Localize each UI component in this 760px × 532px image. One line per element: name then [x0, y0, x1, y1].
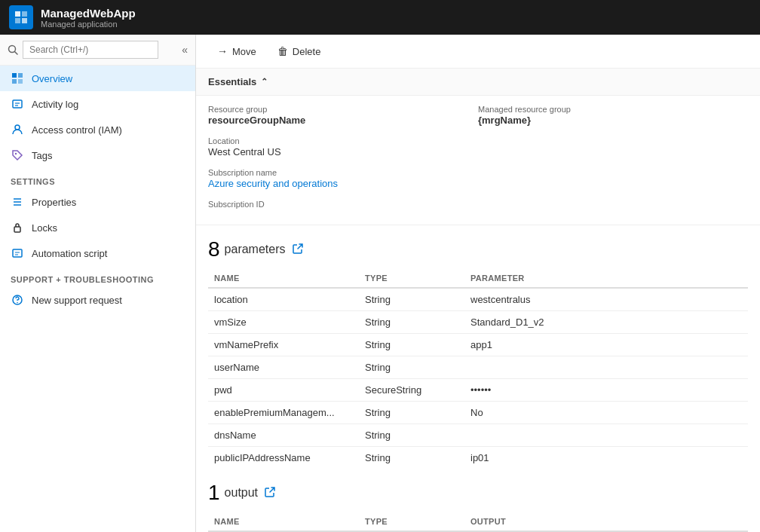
location-field: Location West Central US — [208, 136, 478, 157]
activity-log-icon — [11, 97, 24, 111]
param-type: String — [359, 424, 464, 447]
move-button[interactable]: → Move — [208, 41, 265, 62]
move-icon: → — [217, 45, 228, 57]
svg-rect-19 — [13, 249, 22, 257]
tag-icon — [11, 148, 24, 162]
parameters-label: parameters — [225, 243, 286, 256]
sidebar-item-tags[interactable]: Tags — [0, 142, 195, 168]
managed-rg-label: Managed resource group — [478, 105, 748, 114]
sidebar-item-activity-log[interactable]: Activity log — [0, 91, 195, 117]
sidebar-item-support[interactable]: New support request — [0, 287, 195, 313]
sidebar-item-overview-label: Overview — [32, 73, 72, 84]
parameters-table: NAME TYPE PARAMETER location String west… — [208, 269, 748, 469]
location-label: Location — [208, 136, 478, 145]
delete-button[interactable]: 🗑 Delete — [268, 41, 330, 62]
collapse-sidebar-button[interactable]: « — [182, 44, 188, 56]
svg-point-21 — [17, 302, 18, 304]
location-value: West Central US — [208, 146, 478, 157]
outputs-title: 1 output — [208, 481, 748, 505]
essentials-title: Essentials — [208, 76, 256, 87]
svg-rect-8 — [12, 79, 17, 84]
search-bar: « — [0, 35, 195, 66]
svg-rect-18 — [14, 227, 20, 232]
managed-rg-field: Managed resource group {mrgName} — [478, 105, 748, 126]
essentials-header[interactable]: Essentials ⌃ — [196, 69, 760, 96]
param-value: ip01 — [464, 447, 748, 469]
lock-icon — [11, 221, 24, 234]
svg-rect-10 — [13, 100, 22, 108]
resource-group-field: Resource group resourceGroupName — [208, 105, 478, 126]
outputs-count: 1 — [208, 481, 220, 505]
app-name: ManagedWebApp — [41, 7, 136, 20]
support-section-label: SUPPORT + TROUBLESHOOTING — [0, 266, 195, 287]
search-input[interactable] — [23, 41, 158, 59]
sidebar-item-properties-label: Properties — [32, 197, 76, 208]
automation-icon — [11, 246, 24, 260]
app-logo-icon — [9, 5, 33, 29]
app-subtitle: Managed application — [41, 20, 136, 29]
param-value — [464, 356, 748, 379]
sidebar-item-locks[interactable]: Locks — [0, 215, 195, 240]
sidebar-item-overview[interactable]: Overview — [0, 66, 195, 91]
overview-icon — [11, 72, 24, 85]
param-name: dnsName — [208, 424, 359, 447]
param-name: vmNamePrefix — [208, 334, 359, 356]
settings-section-label: SETTINGS — [0, 168, 195, 189]
delete-icon: 🗑 — [277, 45, 288, 57]
sidebar-item-automation-label: Automation script — [32, 248, 107, 259]
param-value: westcentralus — [464, 288, 748, 311]
top-header: ManagedWebApp Managed application — [0, 0, 760, 35]
sidebar-item-support-label: New support request — [32, 295, 122, 306]
svg-point-14 — [15, 153, 17, 154]
app-title-block: ManagedWebApp Managed application — [41, 7, 136, 29]
outputs-label: output — [225, 486, 258, 500]
param-value: No — [464, 402, 748, 424]
table-row: vmNamePrefix String app1 — [208, 334, 748, 356]
param-name: enablePremiumManagem... — [208, 402, 359, 424]
parameters-section: 8 parameters NAME TYPE PARAMETER — [196, 225, 760, 532]
parameters-link-icon[interactable] — [292, 243, 304, 257]
resource-group-label: Resource group — [208, 105, 478, 114]
param-name: vmSize — [208, 311, 359, 334]
parameters-count: 8 — [208, 237, 220, 261]
table-row: publicIPAddressName String ip01 — [208, 447, 748, 469]
sidebar-item-iam[interactable]: Access control (IAM) — [0, 117, 195, 142]
param-type: String — [359, 288, 464, 311]
param-type: SecureString — [359, 379, 464, 402]
main-layout: « Overview Activity l — [0, 35, 760, 532]
table-row: dnsName String — [208, 424, 748, 447]
sidebar-item-properties[interactable]: Properties — [0, 189, 195, 215]
param-type: String — [359, 356, 464, 379]
managed-rg-value: {mrgName} — [478, 115, 748, 126]
subscription-name-field: Subscription name Azure security and ope… — [208, 168, 478, 189]
outputs-link-icon[interactable] — [264, 486, 276, 500]
sidebar-item-activity-log-label: Activity log — [32, 99, 78, 110]
sidebar: « Overview Activity l — [0, 35, 196, 532]
param-value: app1 — [464, 334, 748, 356]
param-type: String — [359, 402, 464, 424]
sidebar-item-automation[interactable]: Automation script — [0, 240, 195, 266]
properties-icon — [11, 195, 24, 209]
outputs-col-output: OUTPUT — [464, 512, 748, 531]
iam-icon — [11, 123, 24, 136]
toolbar: → Move 🗑 Delete — [196, 35, 760, 69]
param-name: pwd — [208, 379, 359, 402]
essentials-chevron-icon: ⌃ — [261, 77, 268, 87]
essentials-left: Resource group resourceGroupName Locatio… — [208, 105, 478, 216]
subscription-name-label: Subscription name — [208, 168, 478, 177]
parameters-col-parameter: PARAMETER — [464, 269, 748, 288]
essentials-body: Resource group resourceGroupName Locatio… — [196, 96, 760, 225]
search-icon — [8, 44, 18, 55]
outputs-col-type: TYPE — [359, 512, 464, 531]
parameters-col-name: NAME — [208, 269, 359, 288]
outputs-table: NAME TYPE OUTPUT applicationEndpoint Str… — [208, 512, 748, 532]
sidebar-item-tags-label: Tags — [32, 150, 52, 161]
svg-rect-0 — [15, 11, 20, 17]
parameters-title: 8 parameters — [208, 237, 748, 261]
svg-rect-9 — [18, 79, 23, 84]
svg-rect-1 — [22, 11, 27, 17]
sidebar-item-iam-label: Access control (IAM) — [32, 124, 122, 136]
subscription-name-value[interactable]: Azure security and operations — [208, 178, 338, 189]
param-type: String — [359, 311, 464, 334]
support-icon — [11, 293, 24, 307]
